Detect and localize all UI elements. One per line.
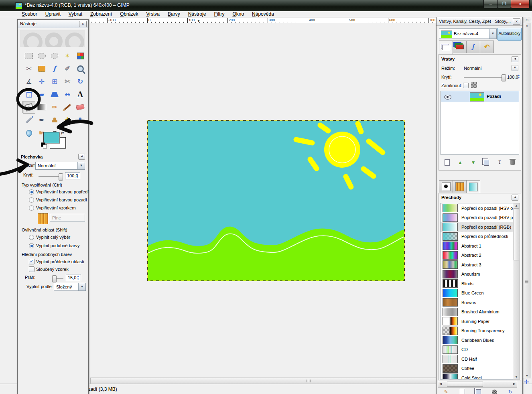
canvas-vscrollbar[interactable]: ▲ ▼ [523, 23, 531, 378]
gradient-row[interactable]: Burning Paper [441, 317, 514, 326]
layer-row[interactable]: Pozadí [441, 91, 519, 102]
canvas-image[interactable] [147, 120, 405, 281]
duplicate-layer-button[interactable] [481, 158, 491, 167]
lower-layer-button[interactable]: ▼ [468, 158, 479, 167]
tool-perspective[interactable] [48, 88, 61, 101]
new-gradient-button[interactable] [457, 388, 467, 394]
spinner-arrows-icon[interactable]: ▲▼ [76, 274, 80, 281]
visibility-eye-icon[interactable] [444, 95, 451, 100]
lock-alpha-checkbox[interactable] [463, 83, 469, 88]
tool-ellipse-select[interactable] [35, 49, 48, 62]
tab-patterns[interactable] [453, 180, 467, 193]
spinner-arrows-icon[interactable]: ▲▼ [518, 74, 520, 79]
gradient-row[interactable]: Blinds [441, 279, 514, 288]
tool-select-by-color[interactable] [74, 49, 87, 62]
menu-okno[interactable]: Okno [231, 11, 246, 17]
dock-title[interactable]: Vrstvy, Kanály, Cesty, Zpět - Stopy,... [437, 17, 522, 26]
tool-flip[interactable]: ↔ [61, 88, 74, 101]
tool-heal[interactable]: ✚ [61, 114, 74, 126]
tool-crop[interactable]: ✄ [61, 75, 74, 88]
foreground-color-swatch[interactable] [43, 132, 59, 143]
tab-undo-history[interactable]: ↶ [480, 41, 494, 53]
tool-paths[interactable]: ʃ [48, 62, 61, 75]
layer-opacity-slider[interactable] [464, 77, 505, 78]
tool-color-picker[interactable]: ✐ [61, 62, 74, 75]
gradient-row[interactable]: Popředí do pozadí (HSV odstín p [441, 203, 514, 213]
menu-vrstva[interactable]: Vrstva [144, 11, 161, 17]
menu-nástroje[interactable]: Nástroje [187, 11, 208, 17]
chevron-down-icon[interactable]: ▼ [77, 162, 85, 169]
chevron-down-icon[interactable]: ▼ [78, 283, 85, 290]
tool-ink[interactable]: ✒ [35, 114, 48, 126]
scroll-down-icon[interactable]: ▼ [523, 374, 531, 378]
tool-shear[interactable]: ▰ [35, 88, 48, 101]
mode-select[interactable]: Normální ▼ [35, 162, 85, 170]
gradient-hscrollbar[interactable]: ◀ ▶ [438, 381, 517, 388]
edit-gradient-button[interactable]: ✎ [441, 388, 451, 394]
tool-align[interactable]: ⊞ [48, 75, 61, 88]
tool-measure[interactable]: ∡ [22, 75, 35, 88]
tool-scale[interactable]: ◱ [22, 88, 35, 101]
opacity-slider[interactable] [39, 176, 62, 177]
checkbox-fill-transparent[interactable] [29, 259, 35, 264]
tool-text[interactable]: A [74, 88, 87, 101]
tool-blur[interactable] [22, 126, 35, 139]
toolbox-title[interactable]: Nástroje [18, 20, 88, 28]
opacity-spinner[interactable]: 100,0 ▲▼ [65, 172, 80, 179]
close-button[interactable]: x [511, 0, 530, 8]
fill-by-select[interactable]: Složený ▼ [54, 283, 86, 291]
gradient-row[interactable]: Burning Transparency [441, 326, 514, 336]
menu-nápověda[interactable]: Nápověda [250, 11, 276, 17]
menu-soubor[interactable]: Soubor [20, 11, 39, 17]
tool-rect-select[interactable] [22, 49, 35, 62]
gradient-row[interactable]: Cold Steel [441, 373, 514, 380]
radio-fill-similar[interactable] [29, 243, 34, 248]
gradient-row[interactable]: Popředí do průhlednosti [441, 232, 514, 242]
tab-paths[interactable]: ʃ [466, 41, 480, 53]
threshold-spinner[interactable]: 15,0 ▲▼ [66, 274, 81, 281]
restore-button[interactable]: ❐ [497, 0, 511, 8]
menu-vybrat[interactable]: Vybrat [67, 11, 84, 17]
checkbox-sample-merged[interactable] [29, 266, 35, 272]
tool-eraser[interactable] [74, 101, 87, 114]
gradient-row[interactable]: CD Half [441, 354, 514, 364]
pattern-name-field[interactable]: Pine [50, 214, 85, 222]
gradient-row[interactable]: Aneurism [441, 270, 514, 279]
gradient-row[interactable]: Abstract 3 [441, 260, 514, 270]
menu-barvy[interactable]: Barvy [166, 11, 182, 17]
tool-fuzzy-select[interactable]: ✶ [61, 49, 74, 62]
duplicate-gradient-button[interactable] [473, 388, 483, 394]
zoom-follow-window-icon[interactable]: ⊙ [523, 18, 531, 23]
gradient-row[interactable]: Caribbean Blues [441, 335, 514, 345]
gradient-row[interactable]: Popředí do pozadí (HSV proti sr [441, 213, 514, 223]
default-colors-icon[interactable] [41, 142, 45, 147]
radio-fill-whole[interactable] [29, 235, 34, 240]
new-layer-button[interactable] [442, 158, 452, 167]
gradient-row[interactable]: Browns [441, 298, 514, 307]
tool-paintbrush[interactable] [61, 101, 74, 114]
tool-bucket-fill[interactable] [22, 101, 35, 114]
tool-free-select[interactable] [48, 49, 61, 62]
delete-gradient-button[interactable] [489, 388, 500, 394]
delete-layer-button[interactable] [508, 158, 518, 167]
minimize-button[interactable]: – [483, 0, 498, 8]
gradient-row[interactable]: Brushed Aluminium [441, 307, 514, 317]
tool-perspective-clone[interactable] [74, 114, 87, 126]
anchor-layer-button[interactable]: ↧ [494, 158, 505, 167]
tab-gradients[interactable] [466, 180, 480, 193]
image-selector[interactable]: Bez názvu-4 ▼ [439, 28, 497, 39]
tab-channels[interactable] [453, 41, 467, 53]
raise-layer-button[interactable]: ▲ [455, 158, 465, 167]
menu-upravit[interactable]: Upravit [44, 11, 62, 17]
menu-zobrazení[interactable]: Zobrazení [89, 11, 114, 17]
refresh-gradients-button[interactable]: ↻ [505, 388, 516, 394]
threshold-slider[interactable] [53, 278, 63, 279]
options-menu-icon[interactable]: ◄ [78, 154, 85, 160]
layers-menu-icon[interactable]: ◄ [512, 56, 518, 62]
tool-zoom[interactable] [74, 62, 87, 75]
gradient-row[interactable]: Blue Green [441, 288, 514, 298]
tool-move[interactable]: ✛ [35, 75, 48, 88]
spinner-arrows-icon[interactable]: ▲▼ [75, 173, 79, 179]
gradient-vscrollbar[interactable]: ▲ ▼ [513, 203, 520, 380]
gradient-row[interactable]: CD [441, 345, 514, 355]
